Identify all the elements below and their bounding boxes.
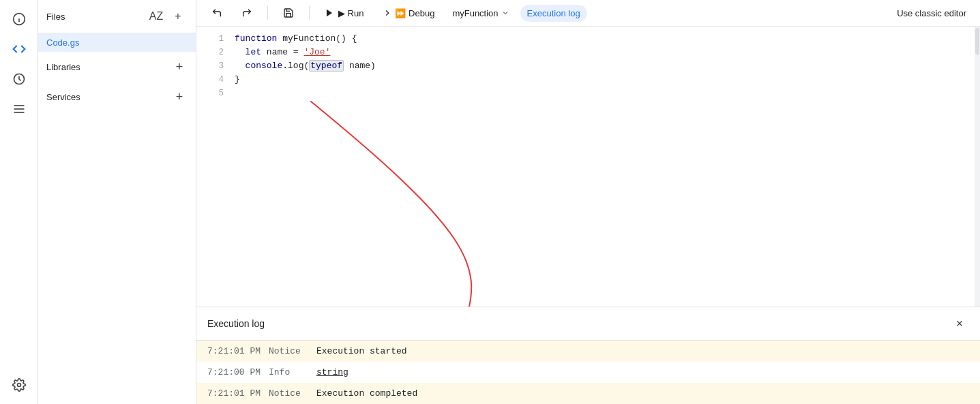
svg-point-7: [17, 384, 20, 387]
exec-log-timestamp-1: 7:21:00 PM: [207, 367, 269, 377]
exec-log-row-2: 7:21:01 PM Notice Execution completed: [196, 383, 980, 404]
exec-log-timestamp-0: 7:21:01 PM: [207, 346, 269, 356]
svg-marker-8: [327, 10, 332, 17]
services-section: Services +: [38, 82, 196, 112]
libraries-label: Libraries: [46, 62, 80, 72]
line-number-5: 5: [202, 87, 224, 100]
exec-log-close-btn[interactable]: ×: [950, 314, 969, 333]
exec-log-level-0: Notice: [269, 346, 316, 356]
exec-log-row-1: 7:21:00 PM Info string: [196, 362, 980, 383]
files-section-header: Files AZ +: [38, 0, 196, 33]
executions-icon-btn[interactable]: [5, 95, 33, 123]
code-icon-btn[interactable]: [5, 35, 33, 63]
code-content-1: function myFunction() {: [235, 32, 975, 46]
exec-log-message-1: string: [316, 367, 348, 377]
code-line-1: 1 function myFunction() {: [196, 32, 980, 46]
services-label: Services: [46, 92, 80, 102]
clock-icon-btn[interactable]: [5, 65, 33, 93]
toolbar-divider-2: [309, 6, 310, 20]
icon-bar: [0, 0, 38, 404]
code-line-2: 2 let name = 'Joe': [196, 46, 980, 59]
exec-log-header: Execution log ×: [196, 307, 980, 341]
code-line-4: 4 }: [196, 73, 980, 87]
libraries-section: Libraries +: [38, 52, 196, 82]
files-header-icons: AZ +: [147, 7, 188, 26]
classic-editor-link[interactable]: Use classic editor: [891, 5, 972, 21]
code-line-5: 5: [196, 87, 980, 100]
code-line-3: 3 console.log(typeof name): [196, 59, 980, 73]
code-gs-file[interactable]: Code.gs: [38, 33, 196, 52]
add-library-btn[interactable]: +: [171, 59, 188, 75]
toolbar: ▶ Run ⏩ Debug myFunction Execution log U…: [196, 0, 980, 27]
debug-btn[interactable]: ⏩ Debug: [376, 5, 441, 22]
exec-log-level-1: Info: [269, 367, 316, 377]
exec-log-level-2: Notice: [269, 388, 316, 399]
files-label: Files: [46, 12, 65, 22]
add-file-icon[interactable]: +: [168, 7, 188, 26]
code-content-3: console.log(typeof name): [235, 59, 975, 73]
scrollbar-thumb[interactable]: [975, 28, 979, 55]
execution-log-panel: Execution log × 7:21:01 PM Notice Execut…: [196, 307, 980, 404]
undo-btn[interactable]: [205, 4, 229, 22]
sort-files-icon[interactable]: AZ: [147, 7, 166, 26]
exec-log-row-0: 7:21:01 PM Notice Execution started: [196, 341, 980, 362]
line-number-3: 3: [202, 59, 224, 73]
toolbar-divider-1: [267, 6, 268, 20]
add-service-btn[interactable]: +: [171, 89, 188, 105]
code-content-2: let name = 'Joe': [235, 46, 975, 59]
execution-log-btn[interactable]: Execution log: [520, 5, 587, 22]
save-btn[interactable]: [276, 4, 301, 22]
function-selector[interactable]: myFunction: [447, 5, 514, 21]
line-number-4: 4: [202, 73, 224, 87]
exec-log-timestamp-2: 7:21:01 PM: [207, 388, 269, 399]
code-content-5: [235, 87, 975, 100]
settings-icon-btn[interactable]: [5, 371, 33, 399]
redo-btn[interactable]: [235, 4, 259, 22]
main-area: ▶ Run ⏩ Debug myFunction Execution log U…: [196, 0, 980, 404]
code-content-4: }: [235, 73, 975, 87]
line-number-2: 2: [202, 46, 224, 59]
exec-log-message-2: Execution completed: [316, 388, 417, 399]
run-btn[interactable]: ▶ Run: [318, 5, 370, 22]
scrollbar-track[interactable]: [975, 27, 980, 307]
side-panel: Files AZ + Code.gs Libraries + Services …: [38, 0, 196, 404]
exec-log-title: Execution log: [207, 318, 265, 329]
code-editor[interactable]: 1 function myFunction() { 2 let name = '…: [196, 27, 980, 307]
line-number-1: 1: [202, 32, 224, 46]
info-icon-btn[interactable]: [5, 5, 33, 33]
exec-log-message-0: Execution started: [316, 346, 407, 356]
